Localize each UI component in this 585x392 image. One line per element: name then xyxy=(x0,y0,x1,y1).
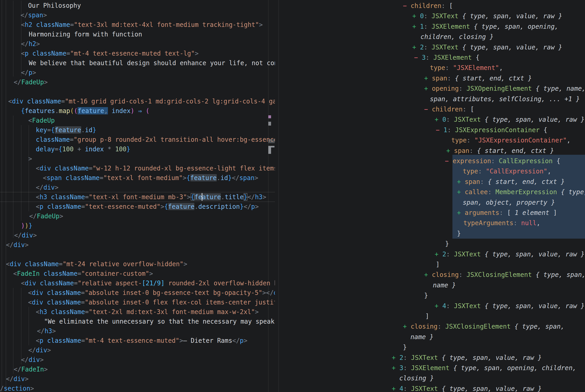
code-line[interactable]: </div> xyxy=(6,240,29,250)
expand-icon[interactable]: + xyxy=(412,44,420,51)
code-line[interactable]: > xyxy=(28,154,32,164)
expand-icon[interactable]: + xyxy=(403,323,411,330)
code-line[interactable]: <div className="absolute inset-0 bg-esse… xyxy=(28,288,275,298)
ast-row[interactable]: − children: [ xyxy=(403,1,453,11)
ast-row[interactable]: + 1: JSXElement { type, span, opening, xyxy=(412,22,558,32)
code-line[interactable]: <div className="mt-16 grid grid-cols-1 m… xyxy=(8,96,275,106)
ast-row[interactable]: + closing: JSXClosingElement { type, spa… xyxy=(403,321,564,332)
ast-row[interactable]: ] xyxy=(425,311,429,321)
code-line[interactable]: <FadeIn className="container-custom"> xyxy=(13,269,153,278)
ast-row[interactable]: } xyxy=(403,342,407,352)
code-line[interactable]: <div className="relative aspect-[21/9] r… xyxy=(21,278,275,288)
code-line[interactable]: <FadeUp xyxy=(28,116,55,125)
collapse-icon[interactable]: − xyxy=(436,126,444,134)
code-line[interactable]: </h2> xyxy=(21,39,40,48)
ast-row[interactable]: type: "JSXElement", xyxy=(430,63,503,73)
code-editor-pane[interactable]: Our Philosophy</span><h2 className="text… xyxy=(0,0,275,392)
expand-icon[interactable]: + xyxy=(424,85,432,92)
ast-row[interactable]: + opening: JSXOpeningElement { type, nam… xyxy=(424,84,585,94)
collapse-icon[interactable]: − xyxy=(414,54,422,61)
code-line[interactable]: </FadeUp> xyxy=(29,211,63,221)
code-line[interactable]: Harmonizing form with function xyxy=(29,30,142,39)
ast-row[interactable]: + 4: JSXText { type, span, value, raw } xyxy=(392,384,542,392)
code-line[interactable]: Our Philosophy xyxy=(28,1,81,10)
code-line[interactable]: </span> xyxy=(21,10,47,20)
code-line[interactable]: </div> xyxy=(21,355,44,364)
ast-row[interactable]: − expression: CallExpression { xyxy=(445,156,560,166)
code-line[interactable]: <div className="mt-24 relative overflow-… xyxy=(6,259,187,269)
code-line[interactable]: </div> xyxy=(14,230,37,240)
code-line[interactable]: </div> xyxy=(28,345,51,355)
ast-row[interactable]: − children: [ xyxy=(424,104,474,114)
code-line[interactable]: </div> xyxy=(36,182,58,192)
code-line[interactable]: </div> xyxy=(6,374,29,384)
ast-row[interactable]: } xyxy=(457,228,461,238)
ast-row[interactable]: + 0: JSXText { type, span, value, raw } xyxy=(435,114,584,125)
code-line[interactable]: <span className="text-xl font-medium">{f… xyxy=(43,173,258,182)
code-line[interactable]: <div className="w-12 h-12 rounded-xl bg-… xyxy=(36,164,275,173)
code-line[interactable]: </h3> xyxy=(37,326,56,336)
ast-row[interactable]: } xyxy=(424,290,428,300)
ast-row[interactable]: name } xyxy=(433,280,456,290)
code-line[interactable]: We believe that beautiful design should … xyxy=(29,58,275,68)
ast-tree-pane[interactable]: − children: [+ 0: JSXText { type, span, … xyxy=(278,0,585,392)
collapse-icon[interactable]: − xyxy=(445,157,453,165)
ast-row[interactable]: + callee: MemberExpression { type, xyxy=(457,187,585,197)
ast-row[interactable]: ] xyxy=(436,259,440,270)
expand-icon[interactable]: + xyxy=(392,364,400,372)
ast-row[interactable]: + closing: JSXClosingElement { type, spa… xyxy=(424,270,585,280)
ast-row[interactable]: + 3: JSXElement { type, span, opening, c… xyxy=(392,363,576,373)
expand-icon[interactable]: + xyxy=(424,271,432,278)
expand-icon[interactable]: + xyxy=(435,250,442,258)
expand-icon[interactable]: + xyxy=(457,209,465,216)
code-line[interactable]: <div className="absolute inset-0 flex fl… xyxy=(28,298,275,307)
collapse-icon[interactable]: − xyxy=(403,2,411,10)
code-line[interactable]: </FadeIn> xyxy=(14,364,48,374)
ast-row[interactable]: span, attributes, selfClosing, ... +1 } xyxy=(430,94,580,104)
ast-row[interactable]: + span: { start, end, ctxt } xyxy=(446,146,554,156)
ast-row[interactable]: name } xyxy=(410,332,434,342)
ast-row[interactable]: + 2: JSXText { type, span, value, raw } xyxy=(435,249,584,259)
ast-row[interactable]: type: "CallExpression", xyxy=(463,166,551,176)
expand-icon[interactable]: + xyxy=(392,354,400,362)
expand-icon[interactable]: + xyxy=(392,385,400,392)
code-line[interactable]: /section> xyxy=(0,384,34,392)
code-line[interactable]: <h2 className="text-3xl md:text-4xl font… xyxy=(21,20,263,30)
code-line[interactable]: </FadeUp> xyxy=(14,77,48,87)
code-line[interactable]: {features.map((feature, index) ⇒ ( xyxy=(21,106,149,116)
ast-row[interactable]: span, object, property } xyxy=(463,197,555,208)
expand-icon[interactable]: + xyxy=(412,23,420,30)
ast-row[interactable]: children, closing } xyxy=(421,32,493,42)
ast-row[interactable]: typeArguments: null, xyxy=(463,218,540,228)
code-line[interactable]: "We eliminate the unnecessary so that th… xyxy=(44,316,275,326)
ast-row[interactable]: − 1: JSXExpressionContainer { xyxy=(436,125,547,135)
expand-icon[interactable]: + xyxy=(424,74,432,82)
ast-row[interactable]: type: "JSXExpressionContainer", xyxy=(451,135,571,146)
expand-icon[interactable]: + xyxy=(435,116,442,123)
code-line[interactable]: </p> xyxy=(21,68,36,77)
collapse-icon[interactable]: − xyxy=(424,106,432,113)
code-line[interactable]: <h3 className="text-2xl md:text-3xl font… xyxy=(36,307,259,316)
expand-icon[interactable]: + xyxy=(412,12,420,20)
expand-icon[interactable]: + xyxy=(446,147,454,154)
ast-row[interactable]: + span: { start, end, ctxt } xyxy=(424,73,532,84)
ast-row[interactable]: + arguments: [ 1 element ] xyxy=(457,208,557,218)
ast-row[interactable]: closing } xyxy=(399,373,434,383)
ast-row[interactable]: − 3: JSXElement { xyxy=(414,52,480,63)
expand-icon[interactable]: + xyxy=(457,178,465,186)
code-line[interactable]: <p className="mt-4 text-essence-muted te… xyxy=(21,48,198,58)
expand-icon[interactable]: + xyxy=(457,188,465,196)
ast-row[interactable]: + 2: JSXText { type, span, value, raw } xyxy=(392,352,542,363)
code-line[interactable]: <p className="mt-4 text-essence-muted">—… xyxy=(36,336,247,345)
ast-row[interactable]: + 2: JSXText { type, span, value, raw } xyxy=(412,42,562,52)
ast-row[interactable]: + span: { start, end, ctxt } xyxy=(457,177,565,187)
code-line[interactable]: key={feature.id} xyxy=(36,125,96,135)
code-line[interactable]: className="group p-8 rounded-2xl transit… xyxy=(36,135,275,144)
code-line[interactable]: <p className="text-essence-muted">{featu… xyxy=(36,202,259,211)
ast-row[interactable]: + 4: JSXText { type, span, value, raw } xyxy=(435,301,584,311)
code-line[interactable]: delay={100 + index * 100} xyxy=(36,144,130,154)
code-line[interactable]: <h3 className="text-xl font-medium mb-3"… xyxy=(36,192,266,202)
ast-row[interactable]: + 0: JSXText { type, span, value, raw } xyxy=(412,11,562,21)
expand-icon[interactable]: + xyxy=(435,302,442,310)
code-line[interactable]: ))} xyxy=(21,221,32,230)
